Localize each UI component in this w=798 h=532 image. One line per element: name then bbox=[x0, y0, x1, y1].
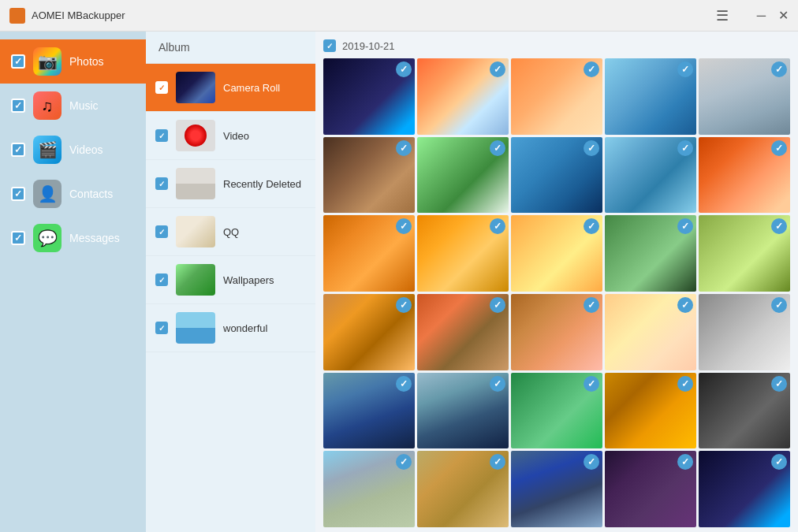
photo-check-icon[interactable]: ✓ bbox=[677, 61, 693, 77]
qq-name: QQ bbox=[223, 226, 239, 238]
photo-check-icon[interactable]: ✓ bbox=[771, 140, 787, 156]
videos-checkbox[interactable] bbox=[11, 143, 25, 157]
photo-cell[interactable]: ✓ bbox=[511, 58, 602, 135]
photo-cell[interactable]: ✓ bbox=[605, 58, 696, 135]
photo-cell[interactable]: ✓ bbox=[699, 294, 790, 370]
minimize-button[interactable]: ─ bbox=[757, 9, 766, 22]
date-header: 2019-10-21 bbox=[323, 39, 790, 52]
wallpapers-checkbox[interactable] bbox=[155, 273, 168, 286]
photo-cell[interactable]: ✓ bbox=[323, 451, 415, 527]
video-thumb bbox=[176, 120, 215, 151]
photo-cell[interactable]: ✓ bbox=[605, 215, 696, 292]
camera-roll-name: Camera Roll bbox=[223, 82, 280, 94]
close-button[interactable]: ✕ bbox=[778, 9, 789, 22]
photos-icon: 📷 bbox=[33, 47, 62, 76]
photo-check-icon[interactable]: ✓ bbox=[584, 140, 599, 156]
photo-cell[interactable]: ✓ bbox=[417, 294, 509, 370]
photos-label: Photos bbox=[69, 55, 104, 68]
photo-check-icon[interactable]: ✓ bbox=[584, 61, 599, 77]
photo-cell[interactable]: ✓ bbox=[699, 451, 790, 527]
album-item-camera-roll[interactable]: Camera Roll bbox=[146, 64, 315, 112]
album-item-wallpapers[interactable]: Wallpapers bbox=[146, 256, 315, 304]
wallpapers-name: Wallpapers bbox=[223, 274, 274, 286]
photo-check-icon[interactable]: ✓ bbox=[771, 376, 787, 392]
photo-cell[interactable]: ✓ bbox=[417, 451, 509, 527]
recently-deleted-thumb bbox=[176, 168, 215, 199]
photo-cell[interactable]: ✓ bbox=[605, 137, 696, 214]
photo-check-icon[interactable]: ✓ bbox=[584, 376, 599, 392]
camera-roll-checkbox[interactable] bbox=[155, 81, 168, 94]
date-checkbox[interactable] bbox=[323, 39, 336, 52]
photo-check-icon[interactable]: ✓ bbox=[677, 297, 693, 313]
sidebar-item-contacts[interactable]: 👤 Contacts bbox=[0, 172, 146, 216]
contacts-checkbox[interactable] bbox=[11, 187, 25, 201]
videos-icon: 🎬 bbox=[33, 136, 62, 164]
main-container: 📷 Photos ♫ Music 🎬 Videos 👤 Contacts 💬 M… bbox=[0, 32, 798, 532]
photo-check-icon[interactable]: ✓ bbox=[584, 297, 599, 313]
album-panel: Album Camera Roll Video Recen bbox=[146, 32, 315, 532]
photo-cell[interactable]: ✓ bbox=[511, 215, 602, 292]
window-controls: ☰ ─ ✕ bbox=[716, 7, 789, 24]
photo-check-icon[interactable]: ✓ bbox=[677, 140, 693, 156]
photo-cell[interactable]: ✓ bbox=[417, 373, 509, 449]
photo-check-icon[interactable]: ✓ bbox=[396, 140, 412, 156]
photo-check-icon[interactable]: ✓ bbox=[771, 61, 787, 77]
photo-cell[interactable]: ✓ bbox=[511, 451, 602, 527]
messages-icon: 💬 bbox=[33, 224, 62, 252]
album-item-recently-deleted[interactable]: Recently Deleted bbox=[146, 160, 315, 208]
qq-checkbox[interactable] bbox=[155, 225, 168, 238]
photo-cell[interactable]: ✓ bbox=[699, 373, 790, 449]
photo-cell[interactable]: ✓ bbox=[417, 58, 509, 135]
photo-cell[interactable]: ✓ bbox=[511, 294, 602, 370]
app-title: AOMEI MBackupper bbox=[32, 9, 716, 21]
photo-cell[interactable]: ✓ bbox=[323, 137, 415, 214]
photo-check-icon[interactable]: ✓ bbox=[490, 376, 505, 392]
photo-cell[interactable]: ✓ bbox=[605, 451, 696, 527]
wonderful-thumb bbox=[176, 312, 215, 344]
album-item-qq[interactable]: QQ bbox=[146, 208, 315, 256]
photo-cell[interactable]: ✓ bbox=[417, 137, 509, 214]
photo-check-icon[interactable]: ✓ bbox=[490, 61, 505, 77]
contacts-icon: 👤 bbox=[33, 180, 62, 208]
photo-cell[interactable]: ✓ bbox=[511, 137, 602, 214]
app-icon bbox=[9, 8, 25, 24]
sidebar-item-videos[interactable]: 🎬 Videos bbox=[0, 128, 146, 172]
album-item-wonderful[interactable]: wonderful bbox=[146, 304, 315, 352]
photo-grid: ✓✓✓✓✓✓✓✓✓✓✓✓✓✓✓✓✓✓✓✓✓✓✓✓✓✓✓✓✓✓ bbox=[323, 58, 790, 527]
sidebar-item-music[interactable]: ♫ Music bbox=[0, 84, 146, 128]
photo-check-icon[interactable]: ✓ bbox=[396, 297, 412, 313]
menu-icon[interactable]: ☰ bbox=[716, 7, 729, 24]
photo-check-icon[interactable]: ✓ bbox=[771, 297, 787, 313]
qq-thumb bbox=[176, 216, 215, 247]
photo-check-icon[interactable]: ✓ bbox=[677, 376, 693, 392]
music-checkbox[interactable] bbox=[11, 99, 25, 113]
videos-label: Videos bbox=[69, 143, 103, 156]
messages-checkbox[interactable] bbox=[11, 231, 25, 245]
wonderful-name: wonderful bbox=[223, 322, 267, 334]
photo-cell[interactable]: ✓ bbox=[417, 215, 509, 292]
sidebar-item-messages[interactable]: 💬 Messages bbox=[0, 216, 146, 260]
wallpapers-thumb bbox=[176, 264, 215, 296]
photo-check-icon[interactable]: ✓ bbox=[396, 61, 412, 77]
photo-cell[interactable]: ✓ bbox=[323, 294, 415, 370]
album-item-video[interactable]: Video bbox=[146, 112, 315, 160]
photo-cell[interactable]: ✓ bbox=[511, 373, 602, 449]
photo-cell[interactable]: ✓ bbox=[323, 215, 415, 292]
photo-cell[interactable]: ✓ bbox=[699, 137, 790, 214]
photos-checkbox[interactable] bbox=[11, 54, 25, 69]
photo-cell[interactable]: ✓ bbox=[323, 58, 415, 135]
photo-cell[interactable]: ✓ bbox=[699, 58, 790, 135]
music-icon: ♫ bbox=[33, 91, 62, 120]
recently-deleted-checkbox[interactable] bbox=[155, 177, 168, 190]
photo-cell[interactable]: ✓ bbox=[699, 215, 790, 292]
sidebar-item-photos[interactable]: 📷 Photos bbox=[0, 39, 146, 84]
photo-check-icon[interactable]: ✓ bbox=[490, 140, 505, 156]
contacts-label: Contacts bbox=[69, 188, 113, 200]
video-checkbox[interactable] bbox=[155, 129, 168, 142]
photo-check-icon[interactable]: ✓ bbox=[490, 297, 505, 313]
photo-check-icon[interactable]: ✓ bbox=[396, 376, 412, 392]
photo-cell[interactable]: ✓ bbox=[605, 294, 696, 370]
wonderful-checkbox[interactable] bbox=[155, 322, 168, 334]
photo-cell[interactable]: ✓ bbox=[605, 373, 696, 449]
photo-cell[interactable]: ✓ bbox=[323, 373, 415, 449]
